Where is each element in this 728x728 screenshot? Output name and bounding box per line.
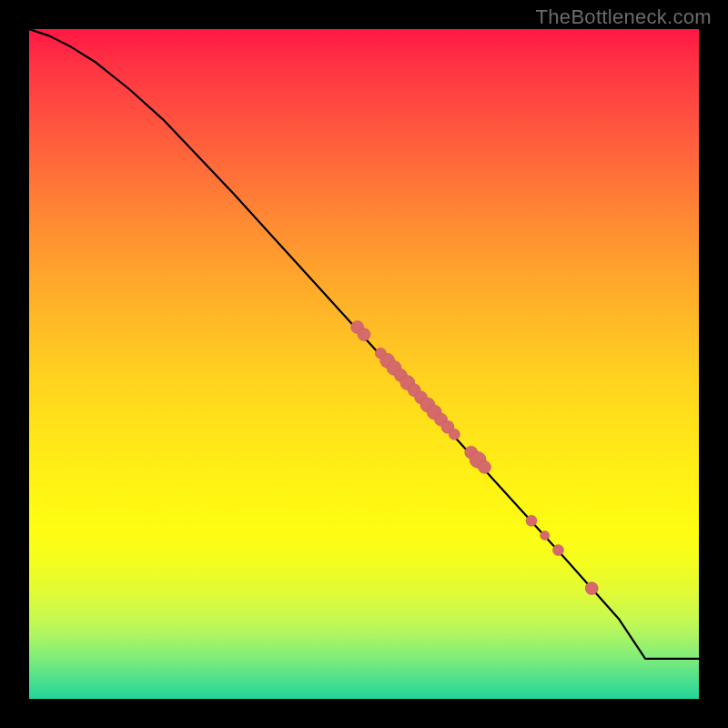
data-point	[449, 429, 460, 440]
data-points	[351, 321, 599, 595]
data-point	[478, 460, 490, 473]
chart-svg	[29, 29, 699, 699]
data-point	[358, 329, 370, 341]
data-point	[526, 515, 537, 526]
data-point	[552, 545, 563, 556]
data-point	[585, 582, 598, 595]
chart-stage: TheBottleneck.com	[0, 0, 728, 728]
plot-area	[29, 29, 699, 699]
data-point	[541, 531, 550, 540]
watermark-label: TheBottleneck.com	[536, 5, 712, 29]
curve-line	[29, 29, 699, 659]
